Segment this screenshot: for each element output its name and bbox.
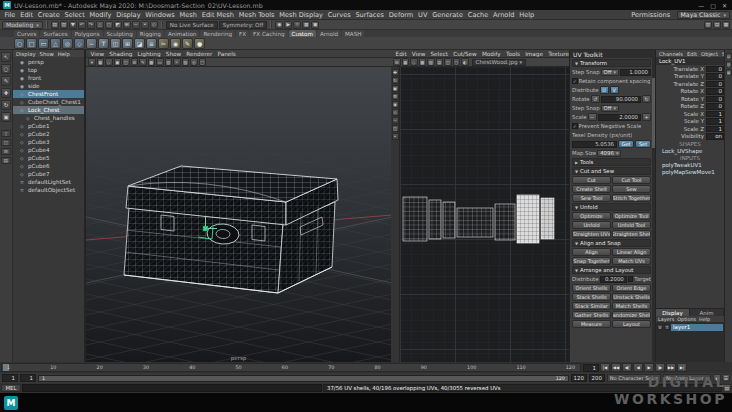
- rotate-cw-button[interactable]: ↻: [642, 95, 651, 103]
- menu-item[interactable]: Modify: [480, 51, 502, 57]
- film-gate-icon[interactable]: ▭: [156, 58, 164, 66]
- channel-row[interactable]: Visibility on: [656, 133, 724, 141]
- toolkit-button[interactable]: Stack Shells: [572, 293, 611, 301]
- menu-item[interactable]: Mesh: [177, 11, 199, 19]
- menu-item[interactable]: Cut/Sew: [452, 51, 479, 57]
- playback-button[interactable]: ▶|: [677, 363, 687, 372]
- layout-two-pane[interactable]: ◫: [1, 139, 11, 146]
- outliner-item[interactable]: ◉ front: [13, 74, 84, 82]
- lasso-tool[interactable]: ○: [1, 64, 11, 74]
- shelf-tab[interactable]: Sculpting: [104, 30, 136, 37]
- toolkit-button[interactable]: Layout: [612, 320, 651, 328]
- shelf-smooth-icon[interactable]: ●: [194, 38, 205, 49]
- toolkit-button[interactable]: Unfold Tool: [612, 221, 651, 229]
- uv-grab-icon[interactable]: ◉: [392, 101, 399, 108]
- range-slider[interactable]: 1 1 1 120 120 200 No Character Set ▾ No …: [0, 373, 732, 383]
- shelf-cube-icon[interactable]: □: [26, 38, 37, 49]
- scene-open-icon[interactable]: ▧: [60, 21, 68, 29]
- menu-item[interactable]: Edit: [686, 51, 698, 57]
- distribute-v-button[interactable]: V: [610, 86, 619, 94]
- shelf-curve-icon[interactable]: ~: [86, 38, 97, 49]
- outliner-item[interactable]: ◇ pCube4: [13, 146, 84, 154]
- menu-item[interactable]: Display: [114, 11, 143, 19]
- toolkit-button[interactable]: Create Shell: [572, 185, 611, 193]
- uv-smear-icon[interactable]: ~: [392, 117, 399, 124]
- channel-row[interactable]: Translate Z 0: [656, 80, 724, 88]
- menu-item[interactable]: Edit: [18, 11, 36, 19]
- outliner-item[interactable]: ◇ pCube6: [13, 162, 84, 170]
- shelf-tab[interactable]: FX: [236, 30, 249, 37]
- distribute-u-button[interactable]: U: [600, 86, 609, 94]
- time-slider-track[interactable]: 1102030405060708090100110120: [1, 363, 581, 372]
- scene-save-icon[interactable]: ▼: [69, 21, 77, 29]
- layer-editor-tab[interactable]: Anim: [690, 309, 724, 316]
- menu-item[interactable]: Create: [35, 11, 62, 19]
- outliner-item[interactable]: ◇ pCube1: [13, 122, 84, 130]
- snap-to-grid-icon[interactable]: ⊞: [123, 21, 131, 29]
- channel-row[interactable]: Scale Y 1: [656, 118, 724, 126]
- shelf-bevel-icon[interactable]: ◪: [134, 38, 145, 49]
- menu-item[interactable]: Channels: [658, 51, 684, 57]
- attribute-editor-tab-icon[interactable]: ▥: [726, 61, 732, 67]
- select-tool[interactable]: ↖: [1, 52, 11, 62]
- hypershade-icon[interactable]: ▦: [302, 21, 310, 29]
- playback-button[interactable]: ▶▶: [666, 363, 676, 372]
- shelf-bridge-icon[interactable]: ≡: [146, 38, 157, 49]
- channel-row[interactable]: Rotate Z 0: [656, 103, 724, 111]
- channel-value-field[interactable]: on: [706, 133, 724, 140]
- toolkit-button[interactable]: Unfold: [572, 221, 611, 229]
- animation-start-field[interactable]: 1: [2, 374, 18, 382]
- symmetry-selector[interactable]: Symmetry: Off: [219, 21, 268, 29]
- shelf-target-weld-icon[interactable]: ◉: [170, 38, 181, 49]
- menu-item[interactable]: Edit Mesh: [199, 11, 236, 19]
- auto-keyframe-icon[interactable]: ◆: [713, 374, 721, 382]
- layout-persp-outliner[interactable]: ▤: [1, 157, 11, 164]
- live-surface-field[interactable]: No Live Surface: [166, 21, 218, 29]
- attribute-editor-toggle-icon[interactable]: ▥: [704, 21, 712, 29]
- toolkit-button[interactable]: Sew Tool: [572, 194, 611, 202]
- menu-item[interactable]: Textures: [547, 51, 569, 57]
- selected-node-name[interactable]: Lock_UV1: [656, 57, 724, 65]
- select-component-icon[interactable]: ◩: [114, 21, 122, 29]
- command-input[interactable]: [22, 384, 322, 392]
- layout-single-pane[interactable]: ▯: [1, 130, 11, 137]
- outliner-item[interactable]: ◉ side: [13, 82, 84, 90]
- outliner-item[interactable]: ≡ defaultLightSet: [13, 178, 84, 186]
- outliner-item[interactable]: ◉ persp: [13, 58, 84, 66]
- channel-value-field[interactable]: 0: [706, 73, 724, 80]
- shelf-multicut-icon[interactable]: ✂: [158, 38, 169, 49]
- menu-item[interactable]: Display: [15, 51, 37, 57]
- shelf-tab[interactable]: Curves: [14, 30, 39, 37]
- texture-selector[interactable]: ChestWood.jpg ▾: [472, 59, 527, 66]
- toolkit-button[interactable]: Sew: [612, 185, 651, 193]
- select-hierarchy-icon[interactable]: △: [96, 21, 104, 29]
- toolkit-button[interactable]: Optimize Tool: [612, 212, 651, 220]
- scale-down-button[interactable]: −: [588, 113, 597, 121]
- lighting-toggle-icon[interactable]: ☼: [173, 58, 181, 66]
- resolution-gate-icon[interactable]: ▥: [165, 58, 173, 66]
- menu-set-selector[interactable]: Modeling ▾: [2, 21, 43, 29]
- input-node-name[interactable]: polyTweakUV1: [656, 161, 724, 168]
- command-language-toggle[interactable]: MEL: [1, 384, 21, 392]
- distortion-display-icon[interactable]: ▨: [427, 58, 435, 66]
- menu-item[interactable]: Windows: [143, 11, 177, 19]
- perspective-viewport-panel[interactable]: ViewShadingLightingShowRendererPanels ▾▦…: [85, 50, 391, 362]
- outliner-item[interactable]: ◇ pCube2: [13, 130, 84, 138]
- isolate-select-icon[interactable]: ◻: [453, 58, 461, 66]
- channel-value-field[interactable]: 1: [706, 126, 724, 133]
- rotate-step-snap-select[interactable]: Off ▾: [601, 105, 619, 112]
- shelf-boolean-icon[interactable]: ◫: [110, 38, 121, 49]
- menu-item[interactable]: Lighting: [136, 51, 162, 57]
- uv-editor-canvas[interactable]: [400, 67, 569, 362]
- 2d-pan-zoom-icon[interactable]: ⊞: [131, 58, 139, 66]
- toolkit-button[interactable]: Measure: [572, 320, 611, 328]
- uv-pin-icon[interactable]: •: [392, 133, 399, 140]
- menu-item[interactable]: Cache: [465, 11, 490, 19]
- shelf-tab[interactable]: Rendering: [200, 30, 235, 37]
- menu-item[interactable]: Arnold: [491, 11, 517, 19]
- map-size-select[interactable]: 4096 ▾: [597, 150, 621, 157]
- snap-to-plane-icon[interactable]: ◇: [150, 21, 158, 29]
- shelf-tab[interactable]: Animation: [165, 30, 200, 37]
- redo-icon[interactable]: ↷: [87, 21, 95, 29]
- snap-to-point-icon[interactable]: •: [141, 21, 149, 29]
